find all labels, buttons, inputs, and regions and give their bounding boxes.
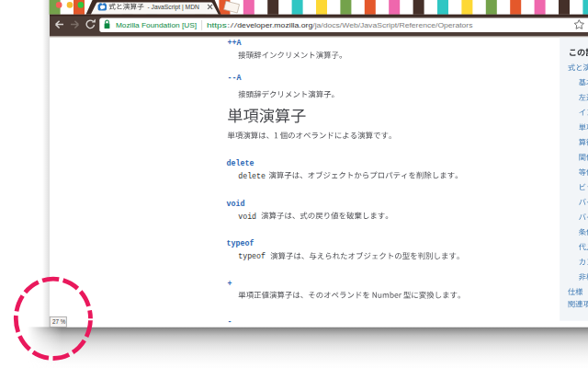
svg-text:delete: delete — [227, 159, 254, 167]
svg-text:Mozilla Foundation [US]: Mozilla Foundation [US] — [116, 21, 197, 29]
svg-text:delete: delete — [238, 172, 266, 180]
svg-text:/ja/docs/Web/JavaScript/Refere: /ja/docs/Web/JavaScript/Reference/Operat… — [312, 21, 472, 29]
svg-text:+: + — [228, 280, 232, 288]
svg-text:typeof: typeof — [227, 239, 254, 247]
svg-text:27 %: 27 % — [52, 318, 66, 325]
svg-text:typeof: typeof — [238, 252, 266, 260]
svg-text:++A: ++A — [228, 39, 242, 47]
svg-text:void: void — [227, 200, 245, 208]
svg-text:-: - — [228, 317, 232, 326]
svg-text:--A: --A — [228, 74, 242, 82]
svg-text:https: https — [207, 21, 227, 29]
svg-text:void: void — [238, 213, 256, 221]
svg-text:- JavaScript | MDN: - JavaScript | MDN — [148, 3, 200, 11]
svg-text:developer.mozilla.org: developer.mozilla.org — [237, 21, 312, 29]
